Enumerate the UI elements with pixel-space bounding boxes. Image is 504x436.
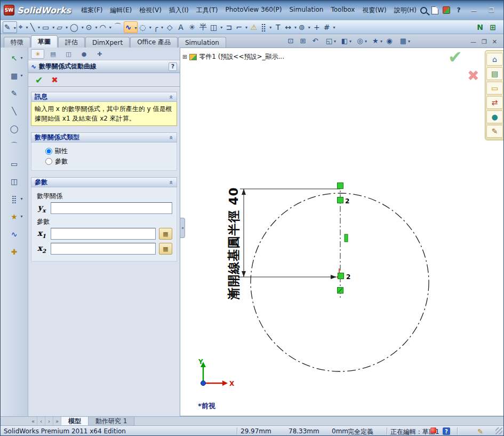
tab-model[interactable]: 模型 <box>61 417 89 425</box>
appearances-icon[interactable]: ● <box>486 110 503 123</box>
point-icon[interactable]: ✳ <box>187 21 197 33</box>
arc-tool-icon[interactable]: ⌒ <box>7 140 22 152</box>
menu-file[interactable]: 檔案(F) <box>77 4 106 17</box>
sketch-canvas[interactable]: 漸開線基圓半徑 40 2 2 Y X <box>180 48 503 416</box>
smart-dimension-icon[interactable]: ⌖ <box>18 21 29 33</box>
file-explorer-icon[interactable]: ▭ <box>486 82 503 94</box>
apply-scene-icon[interactable]: ▦ <box>396 36 410 46</box>
line-tool-icon[interactable]: ╲ <box>7 105 22 117</box>
centerpoint-arc-icon[interactable]: ◠ <box>98 21 111 33</box>
ellipse-icon[interactable]: ◌ <box>138 21 151 33</box>
instant2d-icon[interactable]: N <box>475 21 485 33</box>
tab-evaluate[interactable]: 評估 <box>58 37 85 47</box>
line-icon[interactable]: ╲ <box>29 21 41 33</box>
section-view-icon[interactable]: ◱ <box>322 36 336 46</box>
hide-show-items-icon[interactable]: ★ <box>369 36 382 46</box>
doc-minimize-button[interactable]: — <box>470 38 476 45</box>
sketch-alert-icon[interactable]: ⚠ <box>249 21 259 33</box>
collapse-chevron-icon[interactable]: « <box>167 95 175 99</box>
pm-help-button[interactable]: ? <box>169 62 177 71</box>
confirmation-corner-cancel-icon[interactable]: ✖ <box>467 67 479 84</box>
tab-features[interactable]: 特徵 <box>4 37 30 47</box>
x1-link-button[interactable]: ▦ <box>159 228 172 240</box>
tab-sketch[interactable]: 草圖 <box>31 35 58 47</box>
x1-input[interactable] <box>51 228 156 240</box>
resize-grip[interactable] <box>495 427 502 434</box>
menu-help[interactable]: 說明(H) <box>390 4 420 17</box>
quick-snaps-icon[interactable]: # <box>323 21 336 33</box>
equation-type-section-header[interactable]: 數學關係式類型 « <box>31 132 177 142</box>
trim-entities-icon[interactable]: T <box>273 21 283 33</box>
select-icon[interactable]: ↖ <box>7 52 22 64</box>
menu-view[interactable]: 檢視(V) <box>135 4 165 17</box>
corner-rectangle-icon[interactable]: ▭ <box>41 21 55 33</box>
relations-tool-icon[interactable]: ★ <box>7 210 22 223</box>
custom-properties-icon[interactable]: ✎ <box>486 125 503 138</box>
base-circle[interactable] <box>251 193 429 371</box>
feature-tree-flyout[interactable]: ⊞ 零件1 (預設<<預設>_顯示... <box>182 52 284 61</box>
menu-photoview[interactable]: PhotoView 360(P) <box>221 4 285 17</box>
circle-icon[interactable]: ◯ <box>69 21 84 33</box>
ok-button[interactable]: ✔ <box>35 75 43 85</box>
pm-tab-dimxpert-icon[interactable]: ◫ <box>62 49 75 59</box>
linear-pattern-icon[interactable]: ⣿ <box>260 21 272 33</box>
search-icon[interactable] <box>420 7 427 14</box>
menu-tools[interactable]: 工具(T) <box>193 4 222 17</box>
scroll-last-icon[interactable]: » <box>53 417 61 425</box>
doc-restore-button[interactable]: ❐ <box>482 38 487 45</box>
center-point-handle[interactable] <box>338 273 344 279</box>
previous-view-icon[interactable]: ↶ <box>310 36 321 46</box>
cancel-button[interactable]: ✖ <box>51 75 58 85</box>
x2-link-button[interactable]: ▦ <box>159 243 172 255</box>
tab-dimxpert[interactable]: DimXpert <box>85 37 130 47</box>
scroll-prev-icon[interactable]: ‹ <box>37 417 45 425</box>
design-library-icon[interactable]: ▤ <box>486 67 503 80</box>
maximize-button[interactable]: ❐ <box>485 6 498 15</box>
centerline-icon[interactable]: 半 <box>198 21 209 33</box>
tangent-arc-icon[interactable]: ⌒ <box>113 21 123 33</box>
tab-simulation[interactable]: Simulation <box>178 37 226 47</box>
resources-icon[interactable]: ⌂ <box>486 53 503 66</box>
polygon-icon[interactable]: ◇ <box>164 21 175 33</box>
doc-close-button[interactable]: ✕ <box>492 38 497 45</box>
sketch-fillet-icon[interactable]: ╭ <box>153 21 164 33</box>
display-style-icon[interactable]: ◎ <box>353 36 367 46</box>
mirror-entities-icon[interactable]: ◫ <box>209 21 223 33</box>
scroll-next-icon[interactable]: › <box>45 417 53 425</box>
move-entities-icon[interactable]: ↔ <box>284 21 297 33</box>
tab-motion-study[interactable]: 動作研究 1 <box>89 417 134 425</box>
dimension-label[interactable]: 漸開線基圓半徑 40 <box>227 187 241 300</box>
menu-simulation[interactable]: Simulation <box>286 4 327 17</box>
circle-tool-icon[interactable]: ◯ <box>7 122 22 134</box>
parameters-section-header[interactable]: 參數 « <box>31 177 177 187</box>
options-tool-icon[interactable]: ✚ <box>7 245 22 258</box>
parametric-radio[interactable] <box>45 158 52 165</box>
message-section-header[interactable]: 訊息 « <box>31 92 177 102</box>
convert-entities-icon[interactable]: ⊐ <box>223 21 234 33</box>
collapse-chevron-icon[interactable]: « <box>167 136 175 140</box>
straight-slot-icon[interactable]: ▱ <box>55 21 68 33</box>
equation-input[interactable] <box>51 202 172 214</box>
toolbox-icon[interactable]: ⇄ <box>486 96 503 109</box>
pm-tab-display-icon[interactable]: ● <box>77 49 91 59</box>
zoom-fit-icon[interactable]: ⊡ <box>285 36 296 46</box>
pm-tab-configurations-icon[interactable]: ▤ <box>46 49 60 59</box>
pm-tab-more-icon[interactable]: ✚ <box>93 49 106 59</box>
pm-tab-properties-icon[interactable]: ✳ <box>31 49 44 59</box>
confirmation-corner-ok-icon[interactable]: ✔ <box>448 47 462 67</box>
vertical-relation-icon[interactable] <box>345 234 348 242</box>
coincident-relation-icon[interactable] <box>338 197 343 203</box>
sketch-point-handle[interactable] <box>338 183 343 189</box>
minimize-button[interactable]: — <box>467 6 481 15</box>
explicit-radio-row[interactable]: 顯性 <box>45 147 172 156</box>
spline-tool-icon[interactable]: ∿ <box>7 228 22 240</box>
x2-input[interactable] <box>51 243 156 255</box>
pattern-tool-icon[interactable]: ⣿ <box>7 193 22 205</box>
display-relations-icon[interactable]: ⊚ <box>298 21 311 33</box>
rectangle-tool-icon[interactable]: ▭ <box>7 157 22 170</box>
mirror-tool-icon[interactable]: ◫ <box>7 175 22 187</box>
menu-insert[interactable]: 插入(I) <box>165 4 193 17</box>
spline-icon[interactable]: ∿ <box>124 21 138 33</box>
menu-window[interactable]: 視窗(W) <box>358 4 390 17</box>
panel-splitter-handle[interactable]: ◂ <box>180 218 185 238</box>
